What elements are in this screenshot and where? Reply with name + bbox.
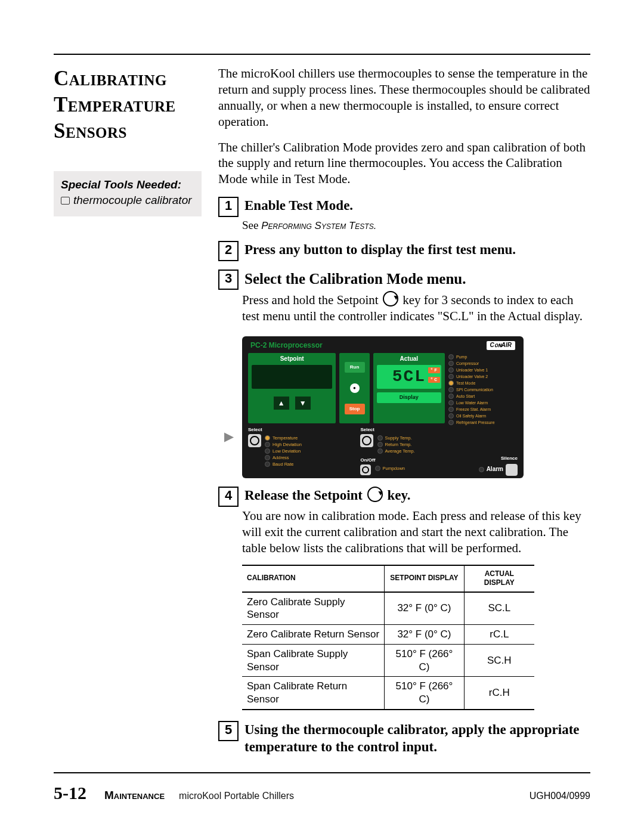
- unit-c-badge: °C: [428, 377, 440, 383]
- table-row: Zero Calibrate Return Sensor 32° F (0° C…: [242, 625, 534, 645]
- th-calibration: Calibration: [242, 565, 385, 592]
- cell: Span Calibrate Return Sensor: [242, 677, 385, 710]
- step-5: 5 Using the thermocouple calibrator, app…: [218, 721, 590, 756]
- run-button[interactable]: Run: [345, 362, 365, 373]
- step4-desc: You are now in calibration mode. Each pr…: [218, 508, 590, 556]
- actual-value: 5CL: [392, 367, 426, 386]
- th-setpoint: Setpoint Display: [385, 565, 464, 592]
- status-oil: Oil Safety Alarm: [456, 414, 486, 418]
- li-baud: Baud Rate: [273, 462, 293, 467]
- onoff-label: On/Off: [360, 457, 450, 463]
- down-arrow-button[interactable]: ▼: [295, 397, 311, 410]
- select-knob-left[interactable]: [248, 434, 261, 447]
- mid-block: Run ● Stop: [339, 353, 369, 423]
- step1-sub-prefix: See: [242, 219, 261, 231]
- step-4: 4 Release the Setpoint key.: [218, 487, 590, 507]
- step3-desc: Press and hold the Setpoint key for 3 se…: [218, 291, 590, 324]
- select-knob-mid[interactable]: [360, 434, 373, 447]
- checkbox-icon: [61, 197, 70, 205]
- step3-desc-a: Press and hold the Setpoint: [242, 293, 382, 307]
- led-icon: [448, 387, 454, 392]
- alarm-knob[interactable]: [506, 464, 518, 476]
- silence-label: Silence: [455, 456, 518, 462]
- setpoint-label: Setpoint: [252, 355, 332, 363]
- status-spi: SPI Communication: [456, 388, 493, 392]
- cell: 32° F (0° C): [385, 625, 464, 645]
- up-arrow-button[interactable]: ▲: [274, 397, 289, 410]
- led-icon: [265, 442, 270, 447]
- footer-code: UGH004/0999: [530, 791, 590, 801]
- step1-title: Enable Test Mode.: [244, 198, 353, 213]
- led-icon: [448, 367, 454, 373]
- led-icon: [375, 466, 380, 471]
- status-compressor: Compressor: [456, 361, 479, 366]
- cell: SC.H: [464, 644, 534, 677]
- title-line3: Sensors: [54, 119, 127, 143]
- led-icon: [448, 407, 454, 412]
- led-icon: [448, 400, 454, 405]
- led-icon: [479, 467, 484, 472]
- status-uv2: Unloader Valve 2: [456, 374, 488, 379]
- actual-lcd: 5CL °F °C: [377, 365, 441, 389]
- cell: SC.L: [464, 592, 534, 625]
- mi-sup: Supply Temp.: [385, 436, 412, 441]
- status-uv1: Unloader Valve 1: [456, 368, 488, 372]
- intro-p1: The microKool chillers use thermocouples…: [218, 66, 590, 130]
- led-icon: [448, 374, 454, 379]
- alarm-label: Alarm: [487, 466, 503, 473]
- led-icon: [448, 361, 454, 366]
- led-icon: [265, 462, 270, 467]
- status-lowwater: Low Water Alarm: [456, 401, 488, 405]
- cell: Span Calibrate Supply Sensor: [242, 644, 385, 677]
- cell: 510° F (266° C): [385, 644, 464, 677]
- actual-label: Actual: [377, 355, 441, 363]
- led-icon: [377, 435, 383, 441]
- li-temp: Temperature: [273, 436, 298, 441]
- tools-heading: Special Tools Needed:: [61, 177, 194, 193]
- unit-f-badge: °F: [428, 367, 440, 373]
- cell: rC.L: [464, 625, 534, 645]
- led-icon: [265, 455, 270, 460]
- mi-ret: Return Temp.: [385, 442, 412, 447]
- led-icon: [448, 394, 454, 399]
- status-autostart: Auto Start: [456, 394, 475, 398]
- status-testmode: Test Mode: [456, 381, 475, 385]
- pointer-icon: ▶: [224, 429, 234, 445]
- status-pump: Pump: [456, 355, 467, 359]
- stop-button[interactable]: Stop: [345, 404, 365, 414]
- status-refrig: Refrigerant Pressure: [456, 420, 495, 425]
- control-panel: PC-2 Microprocessor CᴏɴAIR Setpoint ▲ ▼: [242, 336, 524, 478]
- actual-block: Actual 5CL °F °C Display: [373, 353, 445, 423]
- table-row: Zero Calibrate Supply Sensor 32° F (0° C…: [242, 592, 534, 625]
- onoff-knob[interactable]: [360, 465, 371, 475]
- setpoint-block: Setpoint ▲ ▼: [248, 353, 336, 423]
- panel-title: PC-2 Microprocessor: [250, 341, 323, 350]
- footer: 5-12 Maintenance microKool Portable Chil…: [54, 783, 590, 803]
- step-num-5: 5: [218, 721, 239, 741]
- setpoint-lcd: [252, 365, 332, 389]
- footer-section: Maintenance: [104, 789, 165, 802]
- indicator-dot: ●: [350, 383, 360, 393]
- section-title: Calibrating Temperature Sensors: [54, 66, 202, 144]
- li-low: Low Deviation: [273, 449, 301, 454]
- li-high: High Deviation: [273, 442, 302, 447]
- table-row: Span Calibrate Supply Sensor 510° F (266…: [242, 644, 534, 677]
- cell: rC.H: [464, 677, 534, 710]
- intro-p2: The chiller's Calibration Mode provides …: [218, 140, 590, 188]
- cycle-icon: [383, 291, 398, 306]
- led-icon: [377, 448, 383, 454]
- cell: 510° F (266° C): [385, 677, 464, 710]
- mi-avg: Average Temp.: [385, 449, 415, 454]
- tools-item-text: thermocouple calibrator: [73, 194, 192, 206]
- led-icon: [265, 448, 270, 454]
- pumpdown-label: Pumpdown: [383, 466, 405, 471]
- step-num-3: 3: [218, 270, 239, 290]
- mid-select-label: Select: [360, 427, 450, 433]
- step2-title: Press any button to display the first te…: [244, 242, 516, 257]
- li-addr: Address: [273, 456, 289, 460]
- cell: Zero Calibrate Return Sensor: [242, 625, 385, 645]
- step1-sub: See Performing System Tests.: [218, 218, 590, 233]
- top-rule: [54, 54, 590, 55]
- led-icon: [377, 442, 383, 447]
- title-line2: Temperature: [54, 93, 176, 116]
